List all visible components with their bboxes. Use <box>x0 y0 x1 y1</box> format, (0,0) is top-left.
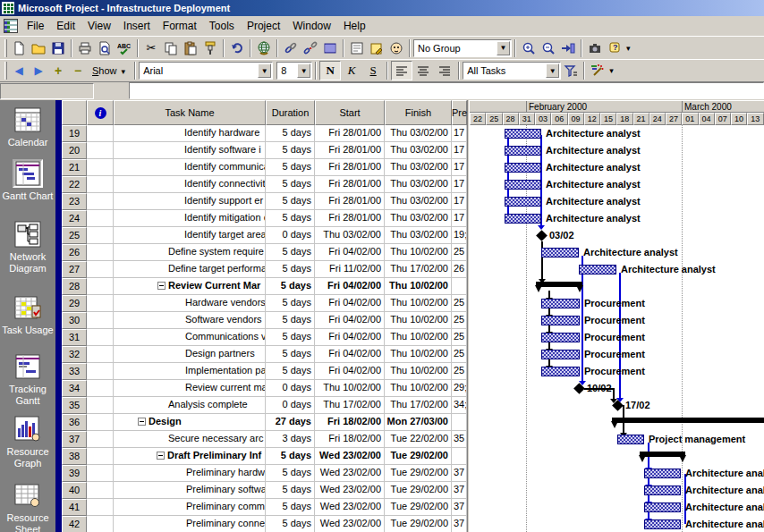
gantt-task-bar[interactable] <box>644 469 681 478</box>
task-name-cell[interactable]: Implementation par <box>114 363 266 380</box>
task-name-cell[interactable]: Design partners <box>114 346 266 363</box>
predecessors-cell[interactable]: 37 <box>452 516 467 532</box>
toolbar-grip[interactable] <box>4 39 7 57</box>
underline-button[interactable]: S <box>362 61 384 80</box>
task-name-cell[interactable]: Identify support er <box>114 193 266 210</box>
toolbar-grip[interactable] <box>4 62 7 80</box>
print-preview-button[interactable] <box>95 38 115 58</box>
document-icon[interactable] <box>4 19 18 33</box>
indicator-cell[interactable] <box>87 448 114 465</box>
row-number-cell[interactable]: 28 <box>62 278 87 295</box>
start-cell[interactable]: Fri 11/02/00 <box>315 261 385 278</box>
row-number-cell[interactable]: 23 <box>62 193 87 210</box>
gantt-task-bar[interactable] <box>505 146 541 156</box>
duration-cell[interactable]: 0 days <box>266 380 315 397</box>
split-task-button[interactable] <box>320 38 340 58</box>
menu-file[interactable]: File <box>21 17 50 35</box>
align-right-button[interactable] <box>434 61 455 80</box>
sidebar-item-tracking-gantt[interactable]: Tracking Gantt <box>0 352 55 407</box>
toolbar-options-arrow[interactable]: ▾ <box>607 66 615 75</box>
row-number-cell[interactable]: 34 <box>62 380 87 397</box>
duration-cell[interactable]: 5 days <box>266 312 315 329</box>
indicator-cell[interactable] <box>87 482 114 499</box>
duration-cell[interactable]: 5 days <box>266 295 315 312</box>
gantt-task-bar[interactable] <box>505 214 541 224</box>
start-cell[interactable]: Wed 23/02/00 <box>315 499 385 516</box>
column-header-duration[interactable]: Duration <box>266 100 315 125</box>
sidebar-item-task-usage[interactable]: Task Usage <box>0 293 55 336</box>
row-number-cell[interactable]: 27 <box>62 261 87 278</box>
finish-cell[interactable]: Thu 10/02/00 <box>385 363 452 380</box>
duration-cell[interactable]: 5 days <box>266 244 315 261</box>
start-cell[interactable]: Fri 04/02/00 <box>315 244 385 261</box>
align-left-button[interactable] <box>391 61 412 80</box>
autofilter-button[interactable] <box>561 61 581 80</box>
indicator-cell[interactable] <box>87 210 114 227</box>
indicator-cell[interactable] <box>87 244 114 261</box>
duration-cell[interactable]: 5 days <box>266 482 315 499</box>
undo-button[interactable] <box>227 38 247 58</box>
predecessors-cell[interactable]: 26 <box>452 261 467 278</box>
task-name-cell[interactable]: Identify software i <box>114 142 266 159</box>
task-information-button[interactable] <box>347 38 367 58</box>
indicator-cell[interactable] <box>87 414 114 431</box>
predecessors-cell[interactable]: 17 <box>452 210 467 227</box>
indicator-cell[interactable] <box>87 329 114 346</box>
duration-cell[interactable]: 5 days <box>266 125 315 142</box>
predecessors-cell[interactable] <box>452 448 467 465</box>
task-name-cell[interactable]: Review current ma <box>114 380 266 397</box>
duration-cell[interactable]: 5 days <box>266 465 315 482</box>
predecessors-cell[interactable]: 25 <box>452 295 467 312</box>
start-cell[interactable]: Fri 18/02/00 <box>315 414 385 431</box>
start-cell[interactable]: Fri 04/02/00 <box>315 363 385 380</box>
finish-cell[interactable]: Thu 10/02/00 <box>385 312 452 329</box>
gantt-task-bar[interactable] <box>579 265 616 274</box>
predecessors-cell[interactable]: 25 <box>452 346 467 363</box>
link-tasks-button[interactable] <box>281 38 301 58</box>
row-number-cell[interactable]: 21 <box>62 159 87 176</box>
menu-view[interactable]: View <box>81 17 117 35</box>
gantt-summary-bar[interactable] <box>612 418 764 423</box>
task-name-cell[interactable]: Identify connectivit <box>114 176 266 193</box>
gantt-task-bar[interactable] <box>541 333 580 342</box>
menu-format[interactable]: Format <box>157 17 203 35</box>
row-number-cell[interactable]: 33 <box>62 363 87 380</box>
row-number-cell[interactable]: 38 <box>62 448 87 465</box>
predecessors-cell[interactable] <box>452 278 467 295</box>
predecessors-cell[interactable]: 25 <box>452 312 467 329</box>
finish-cell[interactable]: Thu 10/02/00 <box>385 295 452 312</box>
gantt-task-bar[interactable] <box>644 519 681 529</box>
gantt-chart-wizard-button[interactable] <box>588 61 607 80</box>
hyperlink-button[interactable] <box>254 38 274 58</box>
finish-cell[interactable]: Thu 03/02/00 <box>385 210 452 227</box>
zoom-out-button[interactable] <box>539 38 558 58</box>
duration-cell[interactable]: 5 days <box>266 210 315 227</box>
start-cell[interactable]: Fri 04/02/00 <box>315 278 385 295</box>
save-button[interactable] <box>48 38 68 58</box>
duration-cell[interactable]: 5 days <box>266 193 315 210</box>
print-button[interactable] <box>75 38 95 58</box>
finish-cell[interactable]: Thu 03/02/00 <box>385 125 452 142</box>
align-center-button[interactable] <box>412 61 434 80</box>
toolbar-options-arrow[interactable]: ▾ <box>624 44 632 53</box>
column-header-name[interactable]: Task Name <box>114 100 266 125</box>
task-name-cell[interactable]: Preliminary softwa <box>114 482 266 499</box>
task-name-cell[interactable]: Identify communica <box>114 159 266 176</box>
duration-cell[interactable]: 0 days <box>266 227 315 244</box>
group-combobox-dropdown[interactable]: ▼ <box>497 41 510 55</box>
indent-button[interactable]: ▶ <box>29 61 48 80</box>
sidebar-item-resource-sheet[interactable]: Resource Sheet <box>0 481 55 532</box>
duration-cell[interactable]: 5 days <box>266 159 315 176</box>
task-name-cell[interactable]: Design <box>114 414 266 431</box>
copy-button[interactable] <box>161 38 181 58</box>
start-cell[interactable]: Wed 23/02/00 <box>315 482 385 499</box>
row-number-cell[interactable]: 19 <box>62 125 87 142</box>
duration-cell[interactable]: 5 days <box>266 142 315 159</box>
indicator-cell[interactable] <box>87 159 114 176</box>
finish-cell[interactable]: Thu 03/02/00 <box>385 159 452 176</box>
predecessors-cell[interactable]: 25 <box>452 329 467 346</box>
collapse-icon[interactable] <box>138 418 146 426</box>
start-cell[interactable]: Wed 23/02/00 <box>315 465 385 482</box>
sidebar-item-network-diagram[interactable]: Network Diagram <box>0 220 55 274</box>
column-header-start[interactable]: Start <box>315 100 385 125</box>
